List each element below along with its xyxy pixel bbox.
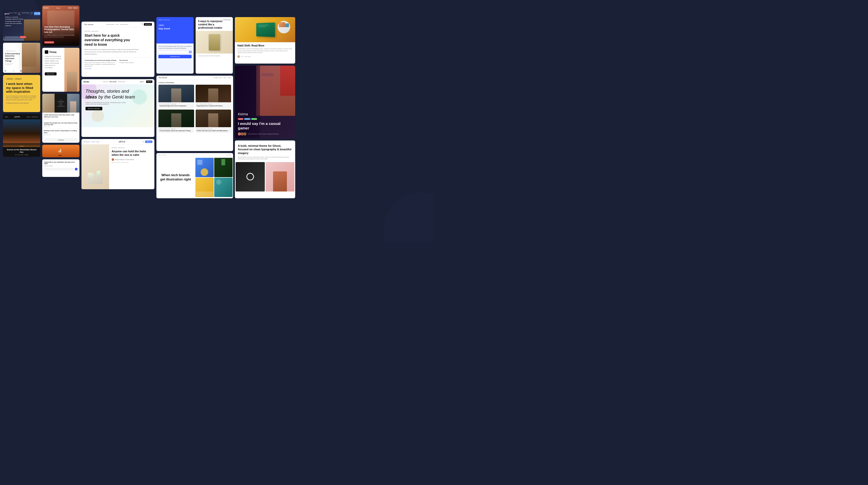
keima-tag-games: GAMES: [238, 118, 243, 120]
card-repurpose: ← LATER ISSUE 5 ways to repurpose conten…: [196, 17, 233, 74]
tech-brands-title: When tech brands get illustration right: [160, 173, 191, 182]
card-episodes: The Journal Thoughts, ideas plans Ghost …: [156, 76, 233, 151]
genki-brand: Genki: [84, 81, 89, 83]
card-tech-brands: July 21, 2020 CUSTOM When tech brands ge…: [156, 153, 233, 198]
bold-circle-icon: [246, 173, 254, 181]
episodes-label: LATEST EPISODES: [156, 80, 233, 85]
doc-icon-twitter: 🐦: [4, 70, 6, 72]
firma-brand: Firma: [50, 51, 56, 54]
card-okiro: Membership Deals / Guide ··· okiro 🔍 Sig…: [82, 139, 154, 189]
keima-authors: Janet Robertson, Patricia Jasmine, Marga…: [248, 133, 279, 135]
pacific-title: Sunset at the Manhattan Beach Pier: [5, 149, 38, 153]
doc-icon-rss: ▶: [21, 70, 22, 72]
episode-4-title: A Rich Life with Less Stuff | the Minima…: [197, 130, 230, 132]
card-keima: Keima GAMES SPORTS MOVIES I would say I'…: [235, 66, 295, 138]
pacific-date: Jan 31st, 2020 · Holiday: [5, 154, 38, 156]
habit-text: Alva Mandatum ad varius vel plutellas to…: [237, 48, 293, 54]
inspiration-title: I work best when my space is filled with…: [6, 82, 37, 94]
genki-cta[interactable]: Become a subscriber: [86, 107, 102, 110]
blog-item-3-title: Nothing in this world is impossible to a…: [44, 130, 78, 134]
card-journal: The Journal Getting started Other Gettin…: [82, 22, 154, 77]
photographers-logo: Ghost: [56, 7, 60, 9]
card-blog-grid: I'MDREAMINGOF ABIGCHRISTMAS A little imp…: [42, 94, 80, 143]
photographers-title: See How Five Emerging Photographers Turn…: [44, 26, 78, 34]
photographers-cta[interactable]: Sign up for free: [44, 41, 54, 43]
blog-load-more[interactable]: Load More: [44, 138, 78, 142]
episodes-brand: The Journal: [158, 77, 167, 78]
pacific-logo: pacific.: [14, 116, 21, 118]
firma-desc: Follow the Firma blog for product announ…: [45, 55, 62, 69]
blog-item-3-date: March 29, 2021: [44, 134, 78, 135]
card-photographers: Ghost Menu Sign In See How Five Emerging…: [42, 5, 80, 46]
okiro-author: Megan Anderson, Charles Barrett: [115, 159, 134, 160]
inspiration-tag-writing: WRITING: [6, 78, 13, 80]
bulletin-badge: LATEST: [158, 24, 164, 26]
card-habit: Habit Shift: Read More Alva Mandatum ad …: [235, 17, 295, 64]
doc-icon-fb: f: [13, 70, 14, 72]
bulletin-body: Don't miss the information inside. Sign …: [158, 45, 192, 49]
firma-cta[interactable]: Sign up now ›: [45, 72, 57, 75]
keima-brand: Keima: [238, 112, 292, 116]
card-documentary: FILM PODCAST A Documentary About the Imp…: [3, 43, 40, 73]
journal-text: We've scanned the most important informa…: [85, 48, 140, 55]
subscribe-title: Subscribe to our newsletter and stay up …: [44, 161, 78, 164]
episode-3-title: A Documentary About the Important Things: [159, 130, 193, 132]
bulletin-cta[interactable]: Read latest issue: [158, 55, 192, 58]
journal-link[interactable]: The Journal ›: [85, 68, 117, 69]
okiro-title: Anyone can hold the helm when the sea is…: [112, 150, 152, 157]
inspiration-text: Fusce ut fui molestie, at varius oroles …: [6, 95, 37, 101]
blog-item-2-title: Imagine the people you can truly help by…: [44, 122, 78, 126]
okiro-tag: OTHERS · LIFESTYLE: [112, 147, 152, 149]
bulletin-title: Stay tuned: [158, 27, 192, 30]
blog-item-1-title: A little improvement each day makes a bi…: [44, 114, 78, 118]
repurpose-text: Lorem ipsum dolor sit amet consectetur: [196, 54, 233, 58]
inspiration-tag-journal: JOURNAL: [14, 78, 22, 80]
habit-title: Habit Shift: Read More: [237, 44, 293, 47]
habit-author: S.V.L · Poul Lever: [241, 56, 251, 57]
doc-author: JULIAN LARGO - FILMMAKER: [5, 63, 20, 65]
doc-icon-bookmark: 🔖: [37, 70, 39, 72]
bold-title: A bold, minimal theme for Ghost, focused…: [235, 140, 295, 156]
bold-text: Alva Mandatum ad varius vel plutellas to…: [235, 156, 295, 162]
journal-label: Start Here › Latest posts ›: [85, 30, 151, 32]
inspiration-author: by Margaret Robertson & Peter Masidian: [6, 102, 37, 104]
card-firma: Firma Follow the Firma blog for product …: [42, 48, 80, 92]
okiro-date: March 3, 2020 · 3 minute read: [112, 162, 152, 163]
doc-label: FILM PODCAST: [5, 50, 20, 52]
genki-subtitle: Genki is a minimal theme for Ghost. A be…: [86, 102, 128, 105]
episode-2-title: Organizing Your Content with Ghost: [197, 105, 230, 107]
blog-item-2-date: April 16, 2021: [44, 126, 78, 127]
card-sailing-photo: [42, 145, 80, 157]
main-grid: ghost Home About Tag Blog Productivity 🐦…: [0, 0, 434, 243]
card-bulletin: Bulletin · Stay tuned ··· LATEST Stay tu…: [156, 17, 194, 74]
doc-title: A Documentary About the Important Things: [5, 53, 20, 62]
repurpose-badge: ← LATER ISSUE: [221, 19, 231, 21]
bg-circle-2: [384, 192, 434, 243]
genki-title: Thoughts, stories and ideas by the Genki…: [86, 89, 136, 100]
keima-tag-movies: MOVIES: [251, 118, 257, 120]
bulletin-nav: Bulletin · Stay tuned ···: [158, 19, 192, 21]
okiro-signup[interactable]: Sign up: [145, 140, 152, 143]
card-subscribe: Subscribe to our newsletter and stay up …: [42, 159, 80, 177]
photographers-subtitle: Ghost offers a glimpse at our brand new …: [44, 34, 78, 38]
episode-1-num: E12 · 4th Aug 2019 · Business: [159, 103, 193, 105]
subscribe-btn[interactable]: [75, 168, 78, 170]
keima-title: I would say I'm a casual gamer: [238, 121, 292, 130]
card-inspiration: WRITING JOURNAL I work best when my spac…: [3, 75, 40, 112]
episode-1-title: Scaling Design from Tech Companies: [159, 105, 193, 107]
keima-tag-sports: SPORTS: [244, 118, 250, 120]
blog-item-1-date: May 3, 2021: [44, 118, 78, 120]
card-pacific: Menu pacific. Sign In Subscribe ♥ Sunset…: [3, 114, 40, 157]
card-genki: Genki Features Story Guide Membership Si…: [82, 79, 154, 137]
card-bold-theme: A bold, minimal theme for Ghost, focused…: [235, 140, 295, 198]
journal-logo: The Journal: [84, 24, 93, 25]
okiro-brand: okiro: [119, 140, 125, 143]
pacific-menu: Menu: [5, 116, 8, 118]
journal-title: Start here for a quick overview of every…: [85, 33, 132, 47]
